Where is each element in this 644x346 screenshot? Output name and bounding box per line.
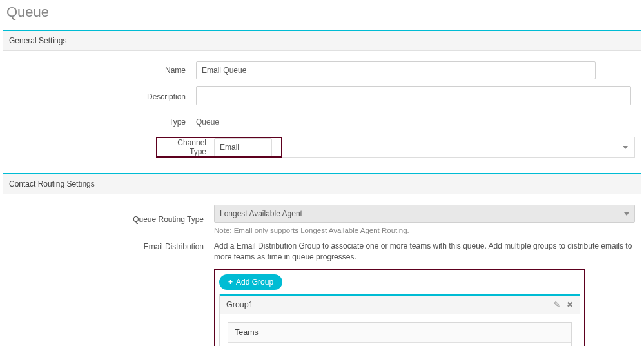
distribution-highlight: + Add Group Group1 — <box>214 269 585 346</box>
chevron-down-icon <box>623 146 628 149</box>
chevron-down-icon <box>624 212 629 216</box>
plus-icon: + <box>228 278 233 287</box>
name-label: Name <box>9 66 196 75</box>
channel-type-label: Channel Type <box>157 138 214 156</box>
col-team-type: Team Type <box>482 343 571 346</box>
teams-box: Teams Team Name Site Name Status Team Ty… <box>228 322 572 346</box>
queue-routing-type-value: Longest Available Agent <box>220 209 302 218</box>
description-label: Description <box>9 92 196 101</box>
queue-routing-type-select[interactable]: Longest Available Agent <box>214 205 635 223</box>
col-team-name: Team Name <box>228 343 333 346</box>
description-textarea[interactable] <box>196 86 631 105</box>
group-panel: Group1 — Teams <box>219 294 580 346</box>
teams-title: Teams <box>228 323 571 343</box>
queue-routing-note: Note: Email only supports Longest Availa… <box>214 227 635 234</box>
col-status: Status <box>409 343 482 346</box>
name-input[interactable] <box>196 61 596 79</box>
edit-icon[interactable] <box>554 300 560 309</box>
type-label: Type <box>9 117 196 127</box>
email-distribution-desc: Add a Email Distribution Group to associ… <box>214 241 635 263</box>
general-settings-header: General Settings <box>3 30 641 51</box>
general-settings-section: General Settings Name Description Type Q… <box>3 30 641 167</box>
table-header-row: Team Name Site Name Status Team Type <box>228 343 571 346</box>
email-distribution-label: Email Distribution <box>9 241 214 251</box>
close-icon[interactable] <box>567 300 573 309</box>
group-title: Group1 <box>226 300 253 309</box>
channel-type-select-ext[interactable] <box>282 137 635 158</box>
channel-type-select[interactable]: Email <box>214 138 272 156</box>
channel-type-value: Email <box>220 143 239 152</box>
queue-routing-type-label: Queue Routing Type <box>9 215 214 224</box>
contact-routing-section: Contact Routing Settings Queue Routing T… <box>3 173 641 346</box>
minimize-icon[interactable]: — <box>540 300 547 309</box>
channel-type-highlight: Channel Type Email <box>156 137 282 158</box>
page-title: Queue <box>0 0 644 30</box>
add-group-label: Add Group <box>236 278 273 287</box>
add-group-button[interactable]: + Add Group <box>219 274 282 290</box>
type-value: Queue <box>196 114 635 130</box>
contact-routing-header: Contact Routing Settings <box>3 173 641 194</box>
teams-table: Team Name Site Name Status Team Type TAC… <box>228 343 571 346</box>
col-site-name: Site Name <box>333 343 409 346</box>
